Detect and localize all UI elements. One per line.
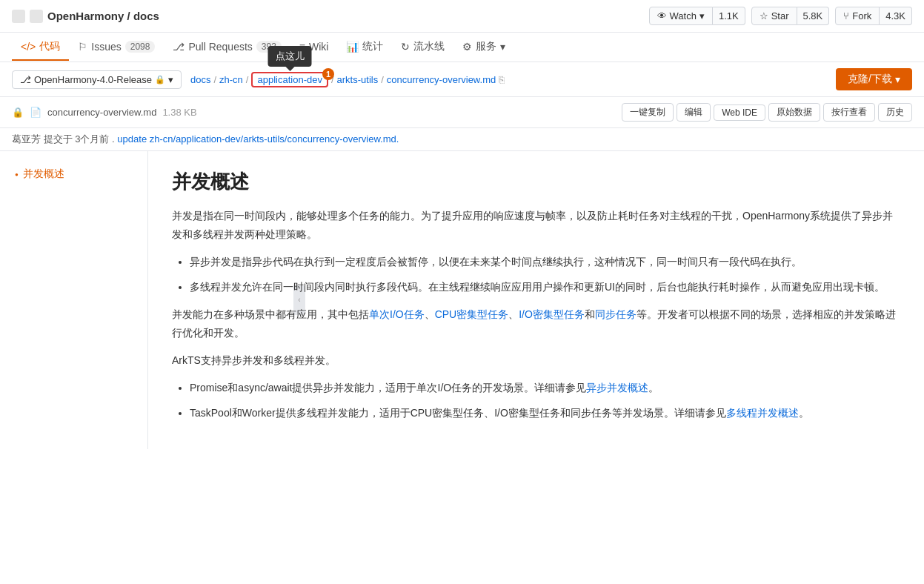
lock-small-icon: 🔒 [12, 107, 24, 118]
branch-selector[interactable]: ⎇ OpenHarmony-4.0-Release 🔒 ▾ [12, 70, 182, 89]
filename: concurrency-overview.md [47, 107, 156, 118]
copy-all-button[interactable]: 一键复制 [622, 103, 674, 122]
file-actions: 一键复制 编辑 Web IDE 原始数据 按行查看 历史 [622, 103, 912, 122]
svg-rect-0 [12, 10, 25, 23]
content-para-3: ArkTS支持异步并发和多线程并发。 [172, 351, 900, 370]
star-group: ☆ Star 5.8K [751, 7, 830, 25]
breadcrumb: docs / zh-cn / 点这儿 application-dev 1 / a… [190, 74, 505, 85]
breadcrumb-docs[interactable]: docs [190, 74, 210, 85]
org-icon [12, 10, 25, 23]
link-async-overview[interactable]: 异步并发概述 [586, 382, 648, 394]
services-chevron-icon: ▾ [500, 41, 505, 53]
layout-wrapper: ● 并发概述 ‹ 并发概述 并发是指在同一时间段内，能够处理多个任务的能力。为了… [0, 151, 924, 449]
breadcrumb-filename[interactable]: concurrency-overview.md [387, 74, 496, 85]
content-title: 并发概述 [172, 169, 900, 195]
pipeline-icon: ↻ [401, 41, 410, 53]
list-item-taskpool: TaskPool和Worker提供多线程并发能力，适用于CPU密集型任务、I/O… [190, 404, 900, 422]
tab-services[interactable]: ⚙ 服务 ▾ [453, 34, 514, 61]
link-cpu-task[interactable]: CPU密集型任务 [435, 308, 509, 320]
list-item-multithread: 多线程并发允许在同一时间段内同时执行多段代码。在主线程继续响应应用用户操作和更新… [190, 278, 900, 296]
breadcrumb-arkts-utils[interactable]: arkts-utils [337, 74, 379, 85]
watch-chevron-icon: ▾ [699, 10, 705, 21]
watch-count: 1.1K [713, 7, 745, 25]
lock-icon: 🔒 [155, 75, 165, 84]
copy-link-icon[interactable]: ⎘ [499, 74, 505, 85]
tooltip-bubble: 点这儿 [268, 46, 312, 67]
commit-bar: 葛亚芳 提交于 3个月前 . update zh-cn/application-… [0, 128, 924, 151]
link-io-dense[interactable]: I/O密集型任务 [519, 308, 585, 320]
breadcrumb-bar: ⎇ OpenHarmony-4.0-Release 🔒 ▾ docs / zh-… [0, 62, 924, 97]
sidebar-active-dot: ● [15, 171, 19, 178]
fork-button[interactable]: ⑂ Fork [835, 7, 880, 25]
clone-chevron-icon: ▾ [895, 73, 900, 85]
link-io-task[interactable]: 单次I/O任务 [369, 308, 425, 320]
repo-full-name: OpenHarmony / docs [47, 10, 159, 22]
sidebar: ● 并发概述 [0, 151, 148, 449]
content-para-2: 并发能力在多种场景中都有应用，其中包括单次I/O任务、CPU密集型任务、I/O密… [172, 305, 900, 342]
watch-group: 👁 Watch ▾ 1.1K [649, 7, 745, 25]
sidebar-item-concurrency-overview[interactable]: ● 并发概述 [9, 163, 139, 185]
content-area: 并发概述 并发是指在同一时间段内，能够处理多个任务的能力。为了提升应用的响应速度… [148, 151, 924, 449]
fork-group: ⑂ Fork 4.3K [835, 7, 912, 25]
watch-button[interactable]: 👁 Watch ▾ [649, 7, 713, 25]
star-icon: ☆ [760, 10, 768, 21]
header-left: OpenHarmony / docs [12, 10, 159, 23]
content-list-2: Promise和async/await提供异步并发能力，适用于单次I/O任务的开… [172, 379, 900, 422]
fork-icon: ⑂ [843, 10, 849, 21]
file-icon: 📄 [30, 107, 41, 118]
content-para-1: 并发是指在同一时间段内，能够处理多个任务的能力。为了提升应用的响应速度与帧率，以… [172, 207, 900, 244]
fork-count: 4.3K [880, 7, 912, 25]
file-info-bar: 🔒 📄 concurrency-overview.md 1.38 KB 一键复制… [0, 97, 924, 128]
branch-icon: ⎇ [20, 74, 31, 85]
commit-time: 提交于 3个月前 [44, 133, 110, 145]
nav-tabs: </> 代码 ⚐ Issues 2098 ⎇ Pull Requests 393… [0, 33, 924, 62]
link-sync-task[interactable]: 同步任务 [595, 308, 637, 320]
raw-data-button[interactable]: 原始数据 [768, 103, 820, 122]
issues-badge: 2098 [125, 41, 156, 53]
tab-pipeline[interactable]: ↻ 流水线 [392, 34, 453, 61]
tab-stats[interactable]: 📊 统计 [337, 34, 392, 61]
content-list-1: 异步并发是指异步代码在执行到一定程度后会被暂停，以便在未来某个时间点继续执行，这… [172, 253, 900, 296]
branch-chevron-icon: ▾ [168, 74, 173, 85]
tab-code[interactable]: </> 代码 [12, 34, 69, 61]
breadcrumb-zh-cn[interactable]: zh-cn [219, 74, 243, 85]
star-count: 5.8K [797, 7, 830, 25]
header: OpenHarmony / docs 👁 Watch ▾ 1.1K ☆ Star… [0, 0, 924, 33]
sidebar-item-label: 并发概述 [23, 167, 64, 181]
file-info-left: 🔒 📄 concurrency-overview.md 1.38 KB [12, 107, 197, 118]
web-ide-button[interactable]: Web IDE [714, 104, 765, 121]
line-view-button[interactable]: 按行查看 [823, 103, 875, 122]
star-button[interactable]: ☆ Star [751, 7, 797, 25]
code-icon: </> [21, 41, 36, 53]
tab-issues[interactable]: ⚐ Issues 2098 [69, 35, 164, 60]
services-icon: ⚙ [462, 41, 472, 53]
edit-button[interactable]: 编辑 [677, 103, 711, 122]
list-item-promise: Promise和async/await提供异步并发能力，适用于单次I/O任务的开… [190, 379, 900, 397]
breadcrumb-application-dev-container: 点这儿 application-dev 1 [251, 74, 328, 85]
link-multithread-overview[interactable]: 多线程并发概述 [726, 407, 799, 419]
file-size: 1.38 KB [162, 107, 196, 118]
tooltip-badge: 1 [322, 68, 334, 80]
pr-icon: ⎇ [173, 41, 185, 53]
list-item-async: 异步并发是指异步代码在执行到一定程度后会被暂停，以便在未来某个时间点继续执行，这… [190, 253, 900, 271]
stats-icon: 📊 [346, 41, 359, 53]
repo-logo: OpenHarmony / docs [12, 10, 159, 23]
commit-message-link[interactable]: update zh-cn/application-dev/arkts-utils… [117, 133, 399, 145]
header-right: 👁 Watch ▾ 1.1K ☆ Star 5.8K ⑂ Fork 4.3K [649, 7, 912, 25]
svg-rect-1 [30, 10, 43, 23]
commit-author: 葛亚芳 [12, 133, 41, 145]
eye-icon: 👁 [657, 10, 667, 21]
history-button[interactable]: 历史 [878, 103, 912, 122]
repo-icon [30, 10, 43, 23]
clone-download-button[interactable]: 克隆/下载 ▾ [836, 68, 912, 90]
issues-icon: ⚐ [78, 41, 87, 53]
